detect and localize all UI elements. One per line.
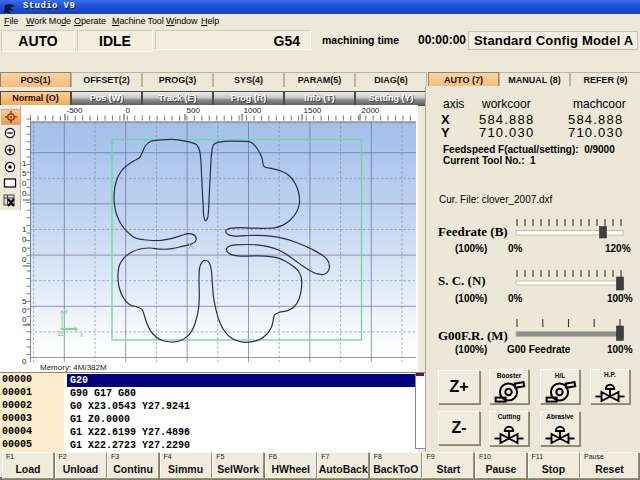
svg-text:5: 5	[22, 169, 27, 178]
svg-text:0: 0	[22, 179, 27, 188]
svg-text:1500: 1500	[304, 106, 322, 115]
svg-text:1: 1	[22, 159, 27, 168]
svg-text:x: x	[80, 330, 84, 339]
svg-text:0: 0	[22, 255, 27, 264]
svg-text:2000: 2000	[362, 106, 380, 115]
svg-text:500: 500	[187, 106, 201, 115]
svg-text:0: 0	[22, 235, 27, 244]
svg-text:0: 0	[22, 189, 27, 198]
svg-text:0: 0	[22, 306, 27, 315]
svg-text:5: 5	[22, 297, 27, 306]
svg-text:y: y	[64, 306, 68, 315]
svg-text:1000: 1000	[244, 106, 262, 115]
svg-text:1: 1	[22, 225, 27, 234]
svg-text:0: 0	[22, 357, 27, 365]
svg-text:0: 0	[22, 245, 27, 254]
svg-text:-500: -500	[67, 106, 84, 115]
svg-text:0: 0	[126, 106, 131, 115]
svg-text:0: 0	[22, 315, 27, 324]
